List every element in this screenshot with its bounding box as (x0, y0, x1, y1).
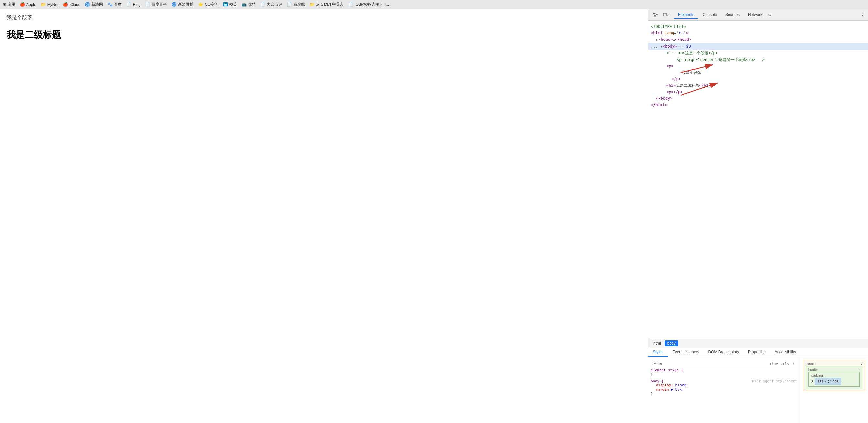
devtools-menu-button[interactable]: ⋮ (860, 11, 865, 18)
svg-rect-0 (663, 13, 667, 16)
style-tab-styles[interactable]: Styles (648, 348, 668, 357)
tripadvisor-icon: 📄 (287, 2, 292, 7)
main-layout: 我是个段落 我是二级标题 Elements Console Sources N (0, 9, 868, 423)
menubar-apple-label: Apple (26, 2, 36, 7)
dom-html-open: <html lang="en"> (648, 30, 868, 36)
menubar-item-baidu[interactable]: 🐾 百度 (107, 2, 122, 7)
dom-html-close: </html> (648, 102, 868, 108)
dom-p-close: </p> (648, 76, 868, 82)
sina-icon: 🌀 (85, 2, 90, 7)
device-toolbar-button[interactable] (661, 10, 670, 20)
menubar-item-linkedin[interactable]: in 领英 (223, 2, 237, 7)
page-content: 我是个段落 我是二级标题 (0, 9, 648, 423)
bing-icon: 📄 (126, 2, 131, 7)
add-style-rule-button[interactable]: + (792, 361, 795, 366)
folder-icon: 📁 (41, 2, 46, 7)
dom-p-text: 我是个段落 (648, 69, 868, 76)
menubar-item-weibo[interactable]: 🌀 新浪微博 (172, 2, 193, 7)
menubar-item-jquery[interactable]: 📄 jQuery库/选项卡_j... (348, 2, 389, 7)
menubar: ⊞ 应用 🍎 Apple 📁 MyNet 🍎 iCloud 🌀 新浪网 🐾 百度… (0, 0, 868, 9)
youku-icon: 📺 (242, 2, 247, 7)
margin-label: margin (806, 362, 815, 365)
box-model-panel: margin 8 border - (800, 357, 868, 423)
styles-left: :hov .cls + element.style { } body { use… (648, 357, 800, 423)
menubar-item-dianping[interactable]: 📄 大众点评 (260, 2, 282, 7)
style-tab-event-listeners[interactable]: Event Listeners (668, 348, 704, 357)
style-tab-accessibility[interactable]: Accessibility (770, 348, 800, 357)
filter-hov-button[interactable]: :hov (770, 362, 778, 366)
apps-icon: ⊞ (3, 2, 6, 7)
dom-head[interactable]: <head>…</head> (648, 36, 868, 43)
dom-p-open[interactable]: <p> (648, 63, 868, 69)
box-right-value: - (843, 379, 844, 384)
filter-cls-button[interactable]: .cls (781, 362, 789, 366)
dianping-icon: 📄 (260, 2, 266, 7)
menubar-weibo-label: 新浪微博 (178, 2, 193, 7)
page-paragraph: 我是个段落 (6, 14, 642, 21)
qqzone-icon: ⭐ (198, 2, 203, 7)
dom-h2[interactable]: <h2>我是二级标题</h2> (648, 82, 868, 89)
dom-tree: <!DOCTYPE html> <html lang="en"> <head>…… (648, 21, 868, 339)
dom-comment2: <p align="center">这是另一个段落</p> --> (648, 56, 868, 63)
dom-comment1: <!-- <p>这是一个段落</p> (648, 50, 868, 56)
menubar-baidu-label: 百度 (114, 2, 122, 7)
breadcrumb-body[interactable]: body (665, 340, 678, 346)
menubar-item-apple[interactable]: 🍎 Apple (20, 2, 36, 7)
menubar-linkedin-label: 领英 (229, 2, 237, 7)
more-tabs-button[interactable]: » (768, 12, 771, 18)
box-left-value: 8 (811, 379, 813, 384)
menubar-bing-label: Bing (133, 2, 141, 7)
menubar-item-sina[interactable]: 🌀 新浪网 (85, 2, 103, 7)
tab-elements[interactable]: Elements (674, 11, 698, 19)
baidu-icon: 🐾 (107, 2, 113, 7)
dom-p-empty[interactable]: <p></p> (648, 89, 868, 95)
menubar-item-apps[interactable]: ⊞ 应用 (3, 2, 15, 7)
head-triangle[interactable] (656, 37, 658, 43)
filter-bar: :hov .cls + (651, 360, 797, 368)
menubar-item-youku[interactable]: 📺 优酷 (242, 2, 256, 7)
safari-import-icon: 📁 (309, 2, 315, 7)
styles-panel: :hov .cls + element.style { } body { use… (648, 357, 868, 423)
menubar-item-icloud[interactable]: 🍎 iCloud (63, 2, 80, 7)
filter-input[interactable] (653, 362, 767, 366)
breadcrumb-html[interactable]: html (651, 340, 663, 346)
menubar-qqzone-label: QQ空间 (205, 2, 218, 7)
dom-doctype: <!DOCTYPE html> (648, 23, 868, 30)
menubar-baike-label: 百度百科 (152, 2, 167, 7)
svg-rect-1 (667, 14, 668, 16)
dom-body[interactable]: ... <body> == $0 (648, 43, 868, 50)
menubar-item-baike[interactable]: 📄 百度百科 (145, 2, 167, 7)
breadcrumb: html body (648, 339, 868, 348)
dom-body-close: </body> (648, 95, 868, 102)
body-triangle[interactable] (660, 44, 662, 50)
tab-network[interactable]: Network (744, 11, 766, 19)
menubar-item-qqzone[interactable]: ⭐ QQ空间 (198, 2, 218, 7)
menubar-sina-label: 新浪网 (91, 2, 103, 7)
bottom-panel: html body Styles Event Listeners DOM Bre… (648, 339, 868, 423)
tab-sources[interactable]: Sources (721, 11, 743, 19)
margin-value: 8 (861, 362, 863, 365)
menubar-item-bing[interactable]: 📄 Bing (126, 2, 141, 7)
menubar-apps-label: 应用 (7, 2, 15, 7)
menubar-mynet-label: MyNet (47, 2, 59, 7)
menubar-safari-import-label: 从 Safari 中导入 (316, 2, 344, 7)
inspect-element-button[interactable] (651, 10, 660, 20)
devtools-panel: Elements Console Sources Network » ⋮ <!D… (648, 9, 868, 423)
doctype-text: <!DOCTYPE html> (651, 24, 686, 29)
tab-console[interactable]: Console (699, 11, 721, 19)
devtools-tabs: Elements Console Sources Network » (674, 11, 771, 19)
menubar-icloud-label: iCloud (69, 2, 80, 7)
style-tabs: Styles Event Listeners DOM Breakpoints P… (648, 348, 868, 357)
menubar-item-mynet[interactable]: 📁 MyNet (41, 2, 59, 7)
style-tab-properties[interactable]: Properties (743, 348, 770, 357)
menubar-item-tripadvisor[interactable]: 📄 猫途鹰 (287, 2, 305, 7)
box-border: border - padding - 8 (806, 366, 863, 389)
baike-icon: 📄 (145, 2, 150, 7)
icloud-icon: 🍎 (63, 2, 68, 7)
jquery-icon: 📄 (348, 2, 353, 7)
linkedin-icon: in (223, 2, 228, 6)
weibo-icon: 🌀 (172, 2, 177, 7)
menubar-item-safari-import[interactable]: 📁 从 Safari 中导入 (309, 2, 344, 7)
box-padding: padding - 8 737 × 74.906 - (808, 372, 860, 387)
style-tab-dom-breakpoints[interactable]: DOM Breakpoints (704, 348, 743, 357)
